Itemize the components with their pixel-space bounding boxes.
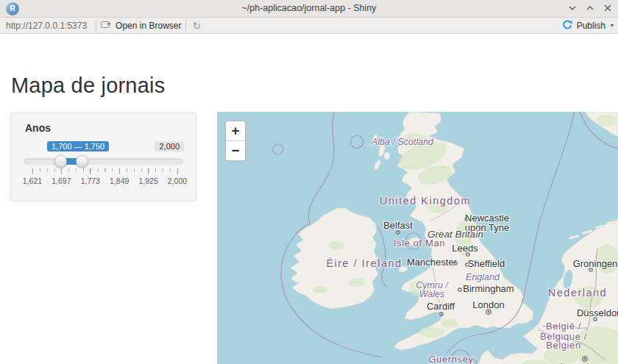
map-label-sheffield: Sheffield bbox=[468, 258, 505, 269]
map-label-manchester: Manchester bbox=[407, 257, 458, 268]
map-label-groningen: Groningen bbox=[573, 258, 618, 269]
slider-grid: 1,621 1,697 1,773 1,849 1,925 2,000 bbox=[32, 168, 177, 193]
slider-handle-from[interactable] bbox=[54, 155, 67, 168]
map-label-london: London bbox=[472, 299, 504, 310]
app-url-label: http://127.0.0.1:5373 bbox=[6, 21, 87, 31]
close-icon[interactable] bbox=[603, 4, 612, 13]
map-canvas: Alba / Scotland United Kingdom Belfast N… bbox=[217, 112, 618, 364]
map-label-birmingham: Birmingham bbox=[463, 283, 514, 294]
wadden-island bbox=[569, 235, 579, 240]
slider-track[interactable] bbox=[24, 158, 183, 165]
zoom-out-button[interactable]: − bbox=[226, 141, 245, 160]
map-label-cardiff: Cardiff bbox=[427, 301, 455, 312]
map-zoom-control: + − bbox=[224, 120, 246, 162]
map-label-wales: Wales bbox=[419, 289, 445, 299]
publish-icon bbox=[562, 19, 573, 32]
year-range-slider[interactable]: 1,700 — 1,750 2,000 1,621 1,697 1,773 1,… bbox=[11, 113, 196, 201]
map-label-eire-ireland: Éire / Ireland bbox=[326, 257, 402, 269]
map-label-belgien: Belgien bbox=[546, 340, 581, 351]
maximize-icon[interactable] bbox=[586, 4, 594, 13]
toolbar-divider bbox=[96, 20, 96, 31]
leaflet-map[interactable]: Alba / Scotland United Kingdom Belfast N… bbox=[217, 112, 618, 364]
open-in-browser-label: Open in Browser bbox=[116, 21, 181, 31]
slider-grid-tick: 1,621 bbox=[23, 168, 42, 185]
slider-grid-tick: 1,849 bbox=[110, 168, 129, 185]
open-in-browser-button[interactable]: Open in Browser bbox=[101, 20, 181, 31]
minimize-icon[interactable] bbox=[568, 4, 577, 13]
window-titlebar: R ~/ph-aplicacao/jornal-app - Shiny bbox=[0, 0, 618, 18]
viewer-toolbar: http://127.0.0.1:5373 Open in Browser ↻ … bbox=[0, 18, 618, 34]
map-label-alba-scotland: Alba / Scotland bbox=[371, 137, 434, 147]
map-label-dusseldorf: Düsseldorf bbox=[577, 307, 618, 318]
publish-button[interactable]: Publish bbox=[577, 21, 605, 31]
map-label-united-kingdom: United Kingdom bbox=[380, 195, 471, 207]
slider-max-label: 2,000 bbox=[154, 141, 184, 151]
hebrides-island bbox=[373, 159, 381, 170]
slider-handle-to[interactable] bbox=[76, 155, 88, 168]
sidebar-panel: Anos 1,700 — 1,750 2,000 1,621 1,697 1,7… bbox=[10, 112, 196, 201]
map-label-isle-of-man: Isle of Man bbox=[394, 238, 445, 249]
publish-caret-icon[interactable]: ▾ bbox=[609, 22, 614, 29]
slider-value-tooltip: 1,700 — 1,750 bbox=[47, 141, 109, 151]
map-label-belfast: Belfast bbox=[383, 220, 413, 231]
shiny-app-page: Mapa de jornais Anos 1,700 — 1,750 2,000… bbox=[0, 34, 618, 364]
map-label-belgie: België / bbox=[546, 321, 581, 332]
zoom-in-button[interactable]: + bbox=[226, 121, 245, 140]
toolbar-divider bbox=[185, 20, 186, 31]
window-title: ~/ph-aplicacao/jornal-app - Shiny bbox=[0, 3, 618, 13]
page-title: Mapa de jornais bbox=[11, 74, 165, 98]
map-label-guernsey: Guernsey bbox=[428, 354, 473, 364]
map-label-leeds: Leeds bbox=[452, 243, 478, 254]
slider-grid-tick: 1,925 bbox=[138, 168, 157, 185]
slider-grid-tick: 1,697 bbox=[52, 168, 71, 185]
map-label-nederland: Nederland bbox=[548, 287, 607, 299]
slider-grid-tick: 1,773 bbox=[81, 168, 100, 185]
open-in-browser-icon bbox=[101, 20, 112, 31]
hebrides-island bbox=[383, 151, 391, 160]
slider-grid-tick: 2,000 bbox=[168, 168, 187, 185]
refresh-icon[interactable]: ↻ bbox=[191, 21, 202, 31]
map-label-england: England bbox=[466, 272, 500, 282]
